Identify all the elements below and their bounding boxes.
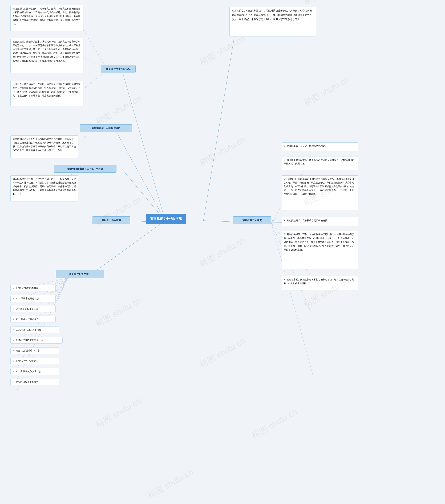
six-points-num-2: ②: [284, 158, 286, 161]
low-key-node: 最低调优雅着装：白衬衫+半身裙: [54, 165, 116, 173]
center-node: 商务礼仪女士丝巾搭配: [146, 214, 186, 224]
related-item-10[interactable]: ★ 商务的旅行礼仪有哪些: [10, 378, 59, 385]
star-icon-4: ★: [13, 318, 15, 321]
six-points-num-3: ③: [284, 178, 286, 180]
related-item-5-text: 2021商务礼仪的基本特征: [16, 328, 41, 332]
related-label: 商务礼仪相关文章：: [69, 272, 91, 276]
six-points-num-6: ⑥: [284, 278, 286, 281]
related-item-7[interactable]: ★ 商务礼仪·观后感1200字: [10, 347, 59, 354]
six-points-item-2: ② 西装除了要定期干洗，还要在每次穿之前，进行熨烫，以保证西装的平整挺括，美观大…: [282, 156, 358, 170]
related-item-3-text: 男士商务礼仪坐姿要点: [16, 307, 39, 311]
lazy-label: 最偷懒着装：百搭优质丝巾: [91, 126, 121, 130]
inv-triangle-face-node: 倒三角脸型人应选择的丝巾。从额头到下颌，脸的宽度渐渐变窄的倒三角形脸的人，给人一…: [10, 38, 83, 73]
practical-node: 实用女士酒会着装: [92, 216, 130, 224]
six-points-item-1: ① 要拆除上衣左袖口处的商标或就地商标。: [282, 143, 358, 151]
six-points-label: 穿着西装六大要点: [242, 218, 262, 222]
six-points-num-4: ④: [284, 219, 286, 222]
six-points-num-1: ①: [284, 144, 286, 147]
intro-node: 商务礼仪是人们在商务活动中，用以维护企业形象或个人形象，对交往对象表示尊重和友好…: [230, 7, 316, 36]
related-item-3[interactable]: ★ 男士商务礼仪坐姿要点: [10, 306, 56, 312]
silk-scarf-title-label: 商务礼仪女士丝巾搭配: [106, 67, 130, 71]
six-points-text-2: 西装除了要定期干洗，还要在每次穿之前，进行熨烫，以保证西装的平整挺括，美观大方。: [284, 158, 354, 165]
lazy-node: 最偷懒着装：百搭优质丝巾: [80, 124, 132, 132]
svg-line-4: [115, 129, 165, 221]
square-face-node: 四方脸型人应选择的丝巾，两颈较宽、额头、下颌宽度和脸的长度基本相同的四方脸的人，…: [10, 5, 83, 31]
related-item-8[interactable]: ★ 商务礼仪男士站姿要点: [10, 358, 59, 364]
related-item-6-text: 商务礼仪接待需要注意什么: [16, 339, 43, 342]
lazy-text: 最偷懒的办法，是在包里塞块质地优良的亮色大幅丝巾或披肩，把它披在日常通勤的灰色系…: [13, 138, 76, 152]
star-icon-1: ★: [13, 286, 15, 290]
related-item-4[interactable]: ★ 2021商务礼仪要点是什么: [10, 316, 56, 323]
six-points-num-5: ⑤: [284, 233, 286, 236]
low-key-label: 最低调优雅着装：白衬衫+半身裙: [67, 167, 103, 171]
svg-line-0: [122, 70, 165, 221]
practical-label: 实用女士酒会着装: [101, 218, 121, 222]
related-node: 商务礼仪相关文章：: [56, 270, 104, 278]
star-icon-9: ★: [13, 370, 15, 373]
related-item-6[interactable]: ★ 商务礼仪接待需要注意什么: [10, 337, 63, 343]
six-points-text-6: 要注意搭配。西服的颜色要和衬衫的颜色相仿，还要注意和领带、鞋袜、公文包的组合搭配…: [284, 278, 354, 285]
star-icon-7: ★: [13, 349, 15, 353]
related-item-7-text: 商务礼仪·观后感1200字: [16, 349, 40, 353]
star-icon-8: ★: [13, 359, 15, 363]
six-points-text-1: 要拆除上衣左袖口处的商标或就地商标。: [287, 144, 327, 147]
six-points-item-6: ⑥ 要注意搭配。西服的颜色要和衬衫的颜色相仿，还要注意和领带、鞋袜、公文包的组合…: [282, 276, 358, 290]
related-item-1[interactable]: ★ 商务礼仪包括哪些方面: [10, 285, 56, 291]
star-icon-6: ★: [13, 339, 15, 342]
low-key-text-node: 黑白配保险而不过时，衬衫与半身裙的组合，不仅修饰身材，显平添一丝知性与优雅。将白…: [10, 175, 78, 201]
star-icon-2: ★: [13, 297, 15, 301]
long-face-node: 长脸型人应选择的丝巾，左右展开的横向系法能展现出颈部慵懒的飘逸感，并减弱脸部较长…: [10, 81, 83, 106]
six-points-text-5: 要给口袋减压。西装上衣的外胸袋除了可以插入一块用来装饰性的真丝手帕以外，不放其他…: [284, 233, 354, 251]
related-item-8-text: 商务礼仪男士站姿要点: [16, 359, 39, 363]
six-points-node: 穿着西装六大要点: [233, 216, 271, 224]
long-face-text: 长脸型人应选择的丝巾，左右展开的横向系法能展现出颈部慵懒的飘逸感，并减弱脸部较长…: [13, 83, 80, 97]
watermark: 树图 shutu.cn 树图 shutu.cn 树图 shutu.cn 树图 s…: [0, 0, 445, 504]
square-face-text: 四方脸型人应选择的丝巾，两颈较宽、额头、下颌宽度和脸的长度基本相同的四方脸的人，…: [13, 7, 80, 25]
six-points-item-4: ④ 避免挽起西装上衣衣袖或卷起西裤的裤筒。: [282, 217, 358, 226]
related-item-2-text: 2021最基本的商务礼仪: [16, 297, 39, 301]
svg-line-6: [122, 169, 165, 221]
related-item-9-text: 2021年商务礼仪女士坐姿: [16, 370, 41, 373]
svg-line-20: [203, 24, 236, 221]
silk-scarf-title-node: 商务礼仪女士丝巾搭配: [101, 65, 135, 73]
related-item-10-text: 商务的旅行礼仪有哪些: [16, 380, 39, 384]
related-item-2[interactable]: ★ 2021最基本的商务礼仪: [10, 295, 56, 302]
six-points-item-5: ⑤ 要给口袋减压。西装上衣的外胸袋除了可以插入一块用来装饰性的真丝手帕以外，不放…: [282, 231, 358, 269]
related-item-1-text: 商务礼仪包括哪些方面: [16, 286, 39, 290]
inv-triangle-face-text: 倒三角脸型人应选择的丝巾。从额头到下颌，脸的宽度渐渐变窄的倒三角形脸的人，给人一…: [13, 40, 80, 62]
connection-lines: [0, 0, 445, 504]
mind-map: 树图 shutu.cn 树图 shutu.cn 树图 shutu.cn 树图 s…: [0, 0, 445, 504]
intro-text: 商务礼仪是人们在商务活动中，用以维护企业形象或个人形象，对交往对象表示尊重和友好…: [232, 9, 312, 21]
lazy-text-node: 最偷懒的办法，是在包里塞块质地优良的亮色大幅丝巾或披肩，把它披在日常通勤的灰色系…: [10, 135, 78, 158]
related-item-4-text: 2021商务礼仪要点是什么: [16, 318, 41, 321]
center-label: 商务礼仪女士丝巾搭配: [150, 216, 182, 221]
star-icon-3: ★: [13, 307, 15, 311]
six-points-text-4: 避免挽起西装上衣衣袖或卷起西裤的裤筒。: [287, 219, 329, 222]
star-icon-10: ★: [13, 380, 15, 384]
six-points-text-3: 扣好钮扣。西装上衣钮扣的系法讲究最多，通常，系西装上衣的钮扣的时候，单排两粒钮扣…: [284, 178, 354, 195]
six-points-item-3: ③ 扣好钮扣。西装上衣钮扣的系法讲究最多，通常，系西装上衣的钮扣的时候，单排两粒…: [282, 175, 358, 210]
related-item-5[interactable]: ★ 2021商务礼仪的基本特征: [10, 326, 59, 333]
low-key-text: 黑白配保险而不过时，衬衫与半身裙的组合，不仅修饰身材，显平添一丝知性与优雅。将白…: [13, 178, 76, 195]
star-icon-5: ★: [13, 328, 15, 332]
related-item-9[interactable]: ★ 2021年商务礼仪女士坐姿: [10, 368, 59, 375]
svg-line-9: [90, 221, 165, 275]
